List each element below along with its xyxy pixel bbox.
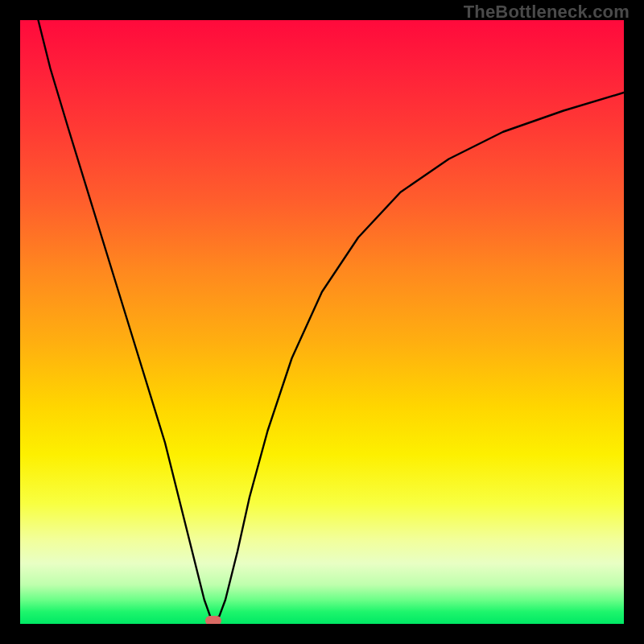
bottleneck-curve	[39, 20, 625, 621]
watermark-text: TheBottleneck.com	[464, 2, 630, 23]
plot-area	[20, 20, 624, 624]
chart-svg	[20, 20, 624, 624]
optimal-point-marker	[205, 616, 221, 624]
